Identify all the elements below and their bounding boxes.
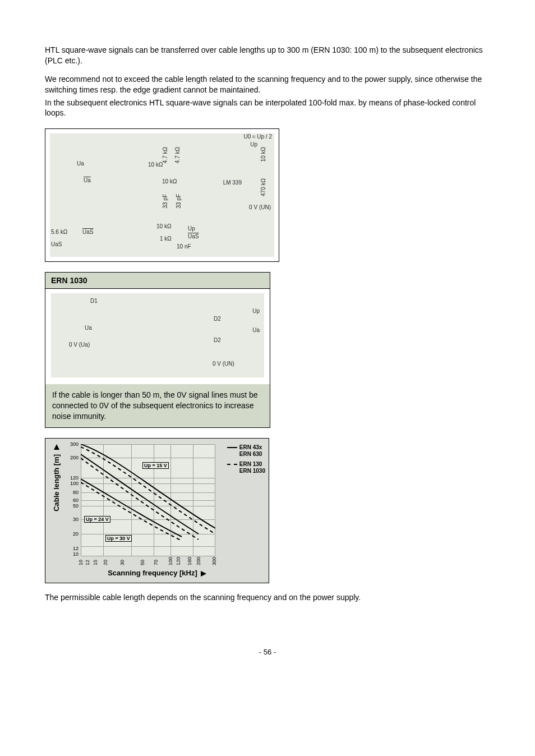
x-tick: 300: [211, 557, 217, 565]
y-tick: 10: [73, 551, 79, 557]
chart-curves: [81, 444, 215, 556]
label-u0: U0 ≈ Up / 2: [243, 133, 272, 140]
y-tick: 20: [73, 531, 79, 537]
y-tick: 300: [70, 441, 79, 447]
label-uas-b: UaS: [188, 233, 199, 239]
y-axis-label: Cable length [m]: [52, 452, 61, 514]
label-33pf-2: 33 pF: [176, 194, 182, 209]
label-ua-bar: Ua: [84, 177, 91, 183]
chart-plot-area: Up = 15 V Up = 24 V Up = 30 V 300 200 12…: [81, 444, 215, 556]
paragraph-1: HTL square-wave signals can be transferr…: [45, 45, 490, 66]
legend-solid-1: ERN 43x: [239, 444, 262, 450]
label-33pf-1: 33 pF: [162, 194, 168, 209]
y-tick: 80: [73, 490, 79, 495]
label-up-ern: Up: [252, 308, 260, 314]
x-tick: 200: [196, 557, 201, 565]
label-0v-un: 0 V (UN): [249, 204, 271, 210]
label-47k-2: 4.7 kΩ: [174, 147, 181, 163]
paragraph-2: We recommend not to exceed the cable len…: [45, 74, 490, 95]
y-tick: 100: [70, 481, 79, 486]
x-tick: 20: [103, 560, 108, 565]
label-d2a: D2: [214, 316, 221, 322]
schematic-figure-1: U0 ≈ Up / 2 Up 4.7 kΩ 4.7 kΩ 10 kΩ 10 kΩ…: [45, 128, 279, 262]
label-1k: 1 kΩ: [160, 236, 172, 242]
page-number: - 56 -: [45, 648, 490, 656]
x-tick: 100: [168, 557, 173, 565]
label-10k-top: 10 kΩ: [148, 162, 163, 168]
x-tick: 160: [187, 557, 192, 565]
ern1030-caption: If the cable is longer than 50 m, the 0V…: [45, 384, 270, 427]
annotation-24v: Up = 24 V: [84, 516, 110, 523]
ern1030-figure: ERN 1030 D1 Up D2 Ua Ua D2 0 V (Ua) 0 V …: [45, 272, 270, 428]
label-0v-ua: 0 V (Ua): [69, 342, 90, 348]
label-0v-un-ern: 0 V (UN): [213, 361, 234, 367]
y-tick: 60: [73, 497, 79, 503]
label-470k: 470 kΩ: [260, 178, 266, 196]
ern1030-title: ERN 1030: [45, 273, 270, 289]
label-up: Up: [250, 141, 257, 147]
y-tick: 12: [73, 546, 79, 551]
label-d1: D1: [90, 298, 98, 304]
chart-legend: ERN 43x ERN 630 ERN 130 ERN 1030: [227, 444, 265, 474]
y-tick: 30: [73, 517, 79, 522]
x-tick: 30: [119, 560, 125, 565]
legend-dashed-2: ERN 1030: [239, 468, 265, 474]
ern1030-schematic: D1 Up D2 Ua Ua D2 0 V (Ua) 0 V (UN): [51, 293, 264, 377]
legend-dashed-1: ERN 130: [239, 461, 262, 467]
x-tick: 12: [85, 560, 90, 565]
label-56k: 5.6 kΩ: [51, 229, 67, 235]
x-tick: 15: [93, 560, 98, 565]
x-tick: 10: [78, 560, 84, 565]
legend-solid-icon: [227, 447, 237, 448]
y-tick: 50: [73, 503, 79, 509]
label-d2b: D2: [214, 337, 221, 343]
label-ua-ern: Ua: [252, 327, 260, 333]
legend-solid-2: ERN 630: [239, 451, 262, 457]
label-uas-l: UaS: [82, 229, 93, 235]
annotation-15v: Up = 15 V: [142, 462, 169, 469]
yaxis-arrow-icon: [54, 444, 59, 450]
label-10k-mid: 10 kΩ: [162, 178, 177, 185]
label-10k-side: 10 kΩ: [260, 147, 266, 162]
label-10k-bot: 10 kΩ: [156, 223, 171, 229]
x-axis-label: Scanning frequency [kHz]: [52, 569, 262, 577]
cable-length-chart: Cable length [m]: [45, 438, 269, 583]
x-tick: 70: [153, 560, 159, 565]
paragraph-3: In the subsequent electronics HTL square…: [45, 98, 490, 119]
x-tick: 50: [140, 560, 145, 565]
label-uas-l2: UaS: [51, 241, 62, 247]
x-tick: 120: [176, 557, 181, 565]
label-47k-1: 4.7 kΩ: [162, 147, 168, 163]
schematic-1-image: U0 ≈ Up / 2 Up 4.7 kΩ 4.7 kΩ 10 kΩ 10 kΩ…: [50, 133, 274, 257]
legend-dashed-icon: [227, 464, 237, 465]
xaxis-arrow-icon: [201, 571, 206, 577]
annotation-30v: Up = 30 V: [105, 535, 132, 542]
label-ua: Ua: [77, 160, 84, 167]
closing-paragraph: The permissible cable length depends on …: [45, 592, 490, 603]
label-ua-left-ern: Ua: [85, 325, 92, 331]
y-tick: 200: [70, 455, 79, 460]
label-lm339: LM 339: [223, 179, 242, 186]
y-tick: 120: [70, 475, 79, 481]
label-10nf: 10 nF: [177, 243, 191, 250]
label-up-b: Up: [188, 225, 195, 232]
